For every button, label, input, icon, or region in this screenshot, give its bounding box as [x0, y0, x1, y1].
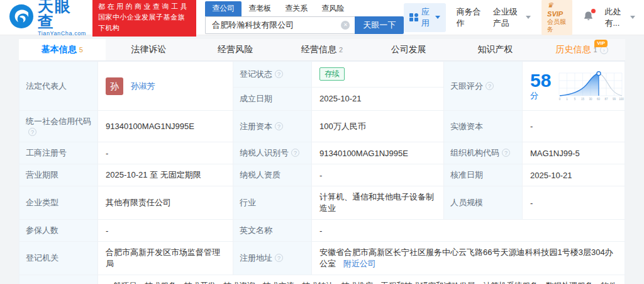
apps-grid-icon	[409, 13, 418, 22]
svg-text:99: 99	[613, 98, 616, 101]
field-value-biz-term: 2025-10-21 至 无固定期限	[98, 164, 233, 186]
field-value-business-scope: 一般项目：技术服务、技术开发、技术咨询、技术交流、技术转让、技术推广；工程和技术…	[98, 275, 625, 284]
search-tab-boss[interactable]: 查老板	[242, 1, 278, 16]
field-value-reg-authority: 合肥市高新开发区市场监督管理局	[98, 242, 233, 275]
top-header: 天眼查 TianYanCha.com 都在用的商业查询工具 国家中小企业发展子基…	[0, 0, 644, 35]
field-label-english-name: 英文名称	[233, 220, 312, 242]
svg-text:30: 30	[589, 98, 593, 101]
score-value: 58	[530, 70, 551, 91]
tab-basic-info[interactable]: 基本信息5	[19, 39, 106, 60]
field-value-industry: 计算机、通信和其他电子设备制造业	[312, 186, 444, 220]
svg-text:15: 15	[581, 98, 585, 101]
logo-text: 天眼查	[38, 0, 86, 30]
search-input[interactable]	[205, 16, 355, 34]
field-value-taxpayer-id: 91340100MAG1NJ995E	[312, 142, 444, 164]
svip-sub-label: 会员服务	[547, 18, 567, 33]
company-detail-card: 基本信息5 法律诉讼 经营风险 经营信息2 公司发展 知识产权 VIP 历史信息…	[19, 39, 625, 284]
status-badge: 存续	[319, 67, 345, 81]
search-tab-risk[interactable]: 查风险	[314, 1, 351, 16]
help-icon[interactable]	[28, 128, 36, 136]
score-distribution-chart: 0151530608799100	[557, 68, 625, 104]
tab-operating-risk[interactable]: 经营风险	[192, 39, 279, 60]
field-value-reg-capital: 100万人民币	[312, 111, 444, 142]
nav-cooperation[interactable]: 商务合作	[457, 6, 482, 29]
svg-text:100: 100	[619, 98, 625, 101]
enterprise-label: 企业级产品	[493, 6, 523, 29]
legal-rep-avatar[interactable]: 孙	[106, 77, 123, 95]
tab-count: 2	[339, 46, 343, 54]
notifications-bell[interactable]	[583, 11, 594, 24]
search-button[interactable]: 天眼一下	[355, 16, 404, 34]
search-tab-company[interactable]: 查公司	[205, 1, 242, 16]
svip-member-badge[interactable]: ♛ SVIP 会员服务	[541, 0, 572, 35]
field-label-reg-status: 登记状态	[233, 62, 312, 88]
banner-line2: 国家中小企业发展子基金旗下机构	[98, 12, 191, 33]
field-value-org-code: MAG1NJ99-5	[523, 142, 625, 164]
tab-legal-proceedings[interactable]: 法律诉讼	[106, 39, 192, 60]
section-tabbar: 基本信息5 法律诉讼 经营风险 经营信息2 公司发展 知识产权 VIP 历史信息…	[19, 39, 625, 61]
help-icon[interactable]	[275, 254, 283, 262]
help-icon[interactable]	[275, 70, 283, 78]
field-label-reg-capital: 注册资本	[233, 111, 312, 142]
field-label-legal-rep: 法定代表人	[19, 62, 98, 111]
search-type-tabs: 查公司 查老板 查关系 查风险	[205, 1, 404, 16]
tab-history-info[interactable]: VIP 历史信息1 ›	[538, 39, 625, 60]
bell-icon	[583, 13, 594, 23]
tianyancha-logo[interactable]: 天眼查 TianYanCha.com	[9, 0, 86, 37]
tab-label: 基本信息	[42, 44, 77, 55]
field-value-credit-code: 91340100MAG1NJ995E	[98, 111, 233, 142]
score-unit: 分	[530, 91, 538, 100]
legal-rep-name-link[interactable]: 孙淑芳	[131, 81, 155, 91]
field-label-paid-capital: 实缴资本	[444, 111, 523, 142]
nearby-companies-link[interactable]: 附近公司	[343, 259, 376, 268]
svg-text:0: 0	[559, 98, 561, 101]
svip-label: ♛ SVIP	[547, 1, 567, 18]
tab-label: 经营信息	[301, 44, 336, 55]
tab-label: 知识产权	[477, 44, 513, 55]
field-value-staff-size: -	[523, 186, 625, 220]
field-value-score: 58分	[523, 62, 625, 111]
svg-text:60: 60	[597, 98, 601, 101]
chevron-down-icon	[526, 16, 531, 19]
help-icon[interactable]	[291, 149, 299, 157]
field-label-staff-size: 人员规模	[444, 186, 523, 220]
field-label-company-type: 企业类型	[19, 186, 98, 220]
apps-label: 应用	[421, 6, 430, 29]
clear-icon[interactable]: ✕	[341, 21, 350, 30]
field-label-biz-reg-no: 工商注册号	[19, 142, 98, 164]
field-label-credit-code: 统一社会信用代码	[19, 111, 98, 142]
svg-text:1: 1	[567, 98, 569, 101]
field-label-est-date: 成立日期	[233, 87, 312, 110]
field-value-reg-status: 存续	[312, 62, 444, 88]
help-icon[interactable]	[502, 149, 510, 157]
apps-menu[interactable]: 应用	[404, 3, 446, 32]
tab-company-development[interactable]: 公司发展	[365, 39, 452, 60]
tab-business-info[interactable]: 经营信息2	[279, 39, 365, 60]
svg-text:87: 87	[605, 98, 609, 101]
field-value-english-name: -	[312, 220, 625, 242]
search-box: 查公司 查老板 查关系 查风险 ✕ 天眼一下	[205, 1, 404, 34]
banner-line1: 都在用的商业查询工具	[98, 1, 191, 12]
tab-label: 法律诉讼	[131, 44, 167, 55]
user-menu[interactable]: 此处有...	[604, 6, 635, 29]
field-value-taxpayer-qual: -	[312, 164, 444, 186]
field-label-taxpayer-id: 纳税人识别号	[233, 142, 312, 164]
field-label-insured-count: 参保人数	[19, 220, 98, 242]
field-value-insured-count: -	[98, 220, 233, 242]
tab-intellectual-property[interactable]: 知识产权	[452, 39, 539, 60]
field-label-industry: 行业	[233, 186, 312, 220]
tab-label: 历史信息	[556, 44, 591, 55]
chevron-down-icon	[630, 16, 635, 19]
tab-label: 经营风险	[218, 44, 253, 55]
header-right-nav: 应用 商务合作 企业级产品 ♛ SVIP 会员服务 此处有...	[404, 0, 635, 35]
help-icon[interactable]	[486, 82, 494, 90]
help-icon[interactable]	[275, 122, 283, 130]
field-value-biz-reg-no: -	[98, 142, 233, 164]
nav-enterprise-products[interactable]: 企业级产品	[493, 6, 531, 29]
field-label-reg-address: 注册地址	[233, 242, 312, 275]
field-value-approval-date: 2025-10-21	[523, 164, 625, 186]
chevron-down-icon	[435, 16, 440, 19]
field-value-paid-capital: -	[523, 111, 625, 142]
field-label-reg-authority: 登记机关	[19, 242, 98, 275]
search-tab-relation[interactable]: 查关系	[278, 1, 314, 16]
